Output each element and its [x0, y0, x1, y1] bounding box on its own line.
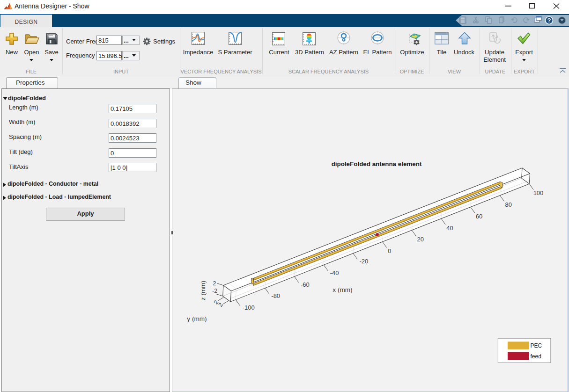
- svg-text:-2: -2: [212, 288, 217, 294]
- svg-text:100: 100: [533, 189, 544, 196]
- svg-text:2: 2: [213, 280, 216, 287]
- svg-text:-20: -20: [359, 258, 368, 265]
- svg-text:feed: feed: [531, 353, 541, 360]
- svg-text:dipoleFolded antenna element: dipoleFolded antenna element: [332, 160, 422, 167]
- svg-text:40: 40: [446, 225, 453, 232]
- svg-text:-40: -40: [330, 269, 339, 276]
- svg-text:y (mm): y (mm): [187, 315, 207, 322]
- svg-text:-60: -60: [301, 281, 310, 288]
- svg-text:-100: -100: [243, 304, 255, 311]
- svg-text:?: ?: [547, 17, 551, 24]
- svg-text:20: 20: [417, 236, 423, 243]
- svg-text:-80: -80: [271, 292, 280, 299]
- svg-text:x (mm): x (mm): [333, 286, 352, 293]
- svg-text:0: 0: [388, 247, 391, 254]
- svg-text:PEC: PEC: [531, 342, 542, 349]
- svg-text:z (mm): z (mm): [200, 281, 207, 300]
- svg-text:2: 2: [217, 302, 224, 308]
- svg-text:80: 80: [505, 201, 512, 208]
- svg-text:60: 60: [476, 213, 482, 220]
